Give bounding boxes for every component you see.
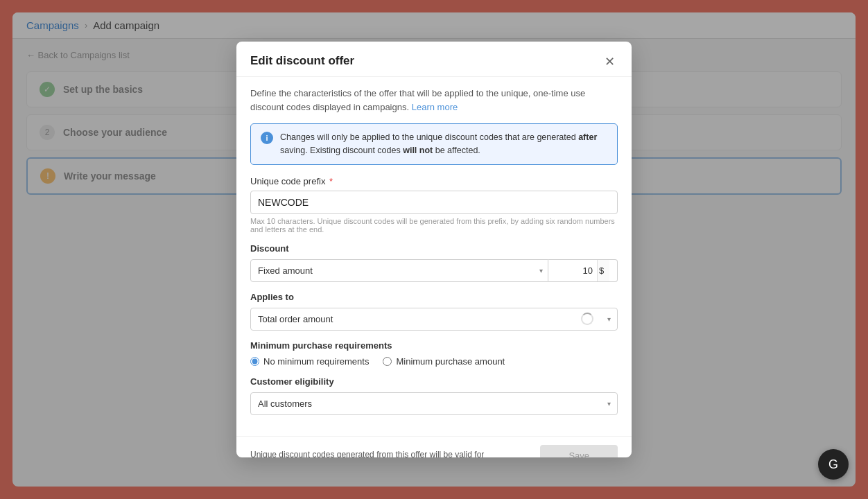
min-purchase-label: Minimum purchase requirements: [250, 340, 618, 351]
discount-row: Fixed amount Percentage ▾ $: [250, 259, 618, 282]
discount-label: Discount: [250, 243, 618, 254]
edit-discount-modal: Edit discount offer ✕ Define the charact…: [236, 42, 632, 457]
modal-close-button[interactable]: ✕: [602, 54, 618, 69]
app-background: Campaigns › Add campaign ← Back to Campa…: [0, 0, 868, 499]
discount-type-select[interactable]: Fixed amount Percentage: [250, 259, 548, 282]
min-amount-option[interactable]: Minimum purchase amount: [383, 356, 505, 367]
loading-spinner-icon: [581, 313, 593, 325]
footer-note: Unique discount codes generated from thi…: [250, 449, 486, 457]
chat-icon: G: [828, 457, 838, 472]
info-banner-text: Changes will only be applied to the uniq…: [280, 131, 607, 157]
prefix-hint: Max 10 characters. Unique discount codes…: [250, 217, 618, 234]
min-amount-label: Minimum purchase amount: [396, 356, 505, 367]
cancel-button[interactable]: Cancel: [486, 450, 533, 457]
applies-to-label: Applies to: [250, 292, 618, 302]
modal-title: Edit discount offer: [250, 54, 354, 68]
no-minimum-radio[interactable]: [250, 357, 259, 366]
info-banner: i Changes will only be applied to the un…: [250, 123, 618, 165]
applies-to-select[interactable]: Total order amount Specific products Spe…: [250, 308, 618, 331]
customer-eligibility-select[interactable]: All customers Specific customer segments…: [250, 392, 618, 415]
required-marker: *: [327, 176, 333, 186]
no-minimum-label: No minimum requirements: [263, 356, 369, 367]
modal-description: Define the characteristics of the offer …: [250, 87, 618, 114]
applies-to-wrap: Total order amount Specific products Spe…: [250, 308, 618, 331]
modal-footer: Unique discount codes generated from thi…: [236, 436, 632, 458]
info-icon: i: [261, 132, 273, 144]
amount-input[interactable]: [548, 260, 597, 281]
learn-more-link[interactable]: Learn more: [412, 102, 458, 112]
modal-body: Define the characteristics of the offer …: [236, 77, 632, 436]
prefix-input[interactable]: [250, 191, 618, 214]
save-changes-button[interactable]: Save Changes: [540, 445, 618, 458]
amount-input-wrap: $: [548, 259, 618, 282]
chat-button[interactable]: G: [818, 449, 849, 480]
discount-type-wrap: Fixed amount Percentage ▾: [250, 259, 548, 282]
customer-eligibility-label: Customer eligibility: [250, 376, 618, 387]
prefix-label: Unique code prefix *: [250, 176, 618, 186]
amount-unit: $: [597, 260, 609, 281]
modal-header: Edit discount offer ✕: [236, 42, 632, 77]
no-minimum-option[interactable]: No minimum requirements: [250, 356, 369, 367]
modal-overlay: Edit discount offer ✕ Define the charact…: [0, 0, 868, 499]
min-purchase-radio-group: No minimum requirements Minimum purchase…: [250, 356, 618, 367]
customer-eligibility-wrap: All customers Specific customer segments…: [250, 392, 618, 415]
footer-actions: Cancel Save Changes: [486, 445, 618, 458]
min-amount-radio[interactable]: [383, 357, 392, 366]
